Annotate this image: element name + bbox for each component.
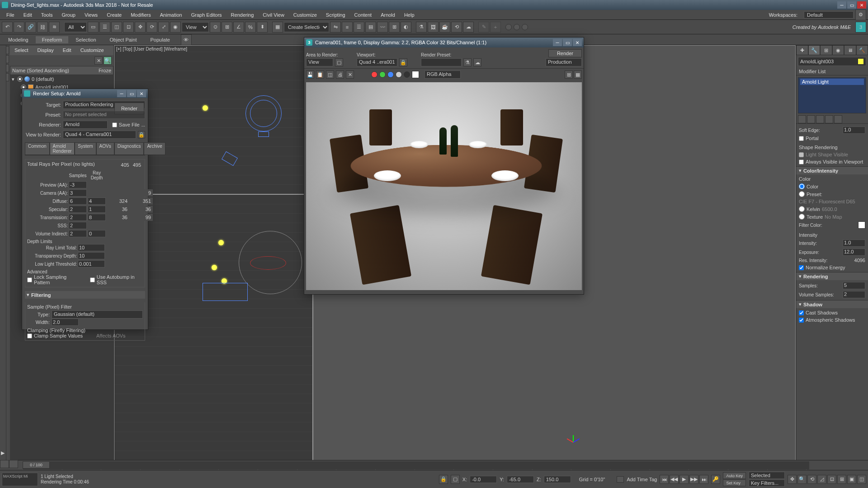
lock-viewport-button[interactable]: 🔒 (399, 58, 407, 66)
modifier-list-label[interactable]: Modifier List (796, 68, 868, 75)
se-menu-select[interactable]: Select (12, 47, 31, 54)
menu-modifiers[interactable]: Modifiers (126, 11, 156, 19)
create-tab[interactable]: ✚ (796, 45, 808, 55)
render-output-image[interactable] (306, 82, 582, 290)
ribbon-tab-object-paint[interactable]: Object Paint (104, 36, 143, 43)
unlink-button[interactable]: ⛓ (37, 22, 48, 33)
isolate-button[interactable]: ▢ (451, 475, 460, 484)
alpha-channel-button[interactable] (396, 71, 402, 78)
render-frame-button[interactable]: 🖼 (428, 22, 439, 33)
workspace-gear-icon[interactable]: ⚙ (855, 9, 866, 20)
se-menu-customize[interactable]: Customize (78, 47, 107, 54)
environment-icon[interactable]: ☁ (473, 58, 481, 66)
link-button[interactable]: 🔗 (25, 22, 36, 33)
always-visible-checkbox[interactable] (799, 160, 804, 164)
remove-modifier-button[interactable] (825, 115, 833, 123)
se-search-icon[interactable]: 🔍 (104, 56, 112, 65)
make-unique-button[interactable] (816, 115, 824, 123)
rw-close-button[interactable]: ✕ (573, 39, 582, 46)
zoom-button[interactable]: 🔍 (797, 475, 807, 484)
mirror-button[interactable]: ⇋ (330, 22, 341, 33)
curve-editor-button[interactable]: 〰 (377, 22, 388, 33)
preview-aa-spinner[interactable]: -3 (69, 181, 87, 188)
filter-color-swatch[interactable] (858, 221, 865, 229)
auto-key-button[interactable]: Auto Key (723, 472, 746, 479)
timeline-button[interactable] (9, 460, 18, 468)
specular-depth-spinner[interactable]: 1 (88, 206, 106, 213)
filter-type-dropdown[interactable]: Gaussian (default) (52, 310, 143, 319)
rotate-button[interactable]: ⟳ (146, 22, 157, 33)
time-tag-icon[interactable] (617, 476, 624, 483)
ribbon-tab-populate[interactable]: Populate (144, 36, 176, 43)
add-time-tag-button[interactable]: Add Time Tag (627, 477, 657, 482)
swatch-button[interactable] (412, 71, 419, 78)
tree-root[interactable]: ▾ 0 (default) (10, 75, 113, 83)
menu-group[interactable]: Group (57, 11, 80, 19)
rs-close-button[interactable]: ✕ (137, 90, 146, 97)
menu-file[interactable]: File (2, 11, 19, 19)
atmospheric-shadows-checkbox[interactable] (799, 318, 804, 323)
shadow-header[interactable]: ▾Shadow (796, 300, 868, 308)
configure-sets-button[interactable] (834, 115, 842, 123)
menu-animation[interactable]: Animation (156, 11, 187, 19)
menu-civil-view[interactable]: Civil View (258, 11, 288, 19)
render-setup-icon[interactable]: ⚗ (463, 58, 472, 66)
menu-customize[interactable]: Customize (289, 11, 321, 19)
orbit-button[interactable]: ⟲ (807, 475, 816, 484)
se-close-icon[interactable]: ✕ (94, 56, 103, 65)
goto-end-button[interactable]: ⏭ (699, 475, 708, 484)
lock-sampling-checkbox[interactable] (27, 277, 32, 282)
copy-image-button[interactable]: 📋 (316, 70, 324, 79)
clone-button[interactable]: ◫ (326, 70, 334, 79)
select-by-name-button[interactable]: ☰ (99, 22, 110, 33)
select-object-button[interactable]: ▭ (88, 22, 99, 33)
renderer-dropdown[interactable]: Arnold (63, 121, 108, 129)
rs-minimize-button[interactable]: ─ (117, 90, 126, 97)
render-mode-dropdown[interactable]: Production (546, 58, 582, 66)
menu-views[interactable]: Views (80, 11, 102, 19)
rs-tab-arnold[interactable]: Arnold Renderer (50, 142, 75, 155)
preset-dropdown[interactable]: CIE F7 - Fluorescent D65 (799, 199, 865, 204)
menu-tools[interactable]: Tools (37, 11, 57, 19)
snap-toggle-button[interactable]: ⊞ (222, 22, 232, 33)
filter-width-spinner[interactable]: 2.0 (52, 319, 79, 326)
save-image-button[interactable]: 💾 (306, 70, 314, 79)
light-gizmo[interactable] (218, 240, 224, 245)
autodesk-icon[interactable]: 3 (855, 22, 866, 33)
wire-table[interactable] (203, 283, 248, 301)
time-slider[interactable]: 0 / 100 (23, 461, 809, 469)
minimize-button[interactable]: ─ (837, 1, 846, 9)
toggle-ui-button[interactable]: ⊞ (565, 70, 573, 79)
render-setup-title-bar[interactable]: Render Setup: Arnold ─ ▭ ✕ (22, 89, 148, 98)
render-window-title-bar[interactable]: 3 Camera001, frame 0, Display Gamma: 2.2… (304, 38, 584, 47)
normalize-checkbox[interactable] (799, 265, 804, 270)
axis-gizmo[interactable] (566, 429, 580, 442)
rs-tab-common[interactable]: Common (25, 142, 50, 155)
render-setup-button[interactable]: ⚗ (416, 22, 427, 33)
rw-maximize-button[interactable]: ▭ (563, 39, 572, 46)
autobump-checkbox[interactable] (90, 277, 95, 282)
camera-aa-spinner[interactable]: 3 (69, 189, 87, 197)
ribbon-tab-selection[interactable]: Selection (69, 36, 102, 43)
transmission-depth-spinner[interactable]: 8 (88, 214, 106, 221)
region-button[interactable]: ▢ (335, 58, 343, 66)
modifier-stack[interactable]: Arnold Light (798, 77, 866, 113)
move-button[interactable]: ✥ (135, 22, 146, 33)
schematic-view-button[interactable]: ⊞ (389, 22, 400, 33)
show-end-result-button[interactable] (807, 115, 815, 123)
color-intensity-header[interactable]: ▾Color/Intensity (796, 167, 868, 174)
workspace-dropdown[interactable]: Default (804, 11, 854, 19)
batch-render-button[interactable]: + (490, 22, 501, 33)
ribbon-eye-icon[interactable]: 👁 (181, 34, 192, 45)
clear-button[interactable]: ✕ (346, 70, 354, 79)
pivot-button[interactable]: ⊙ (210, 22, 221, 33)
cast-shadows-checkbox[interactable] (799, 310, 804, 315)
z-coordinate-input[interactable]: 150.0 (544, 476, 571, 483)
play-button[interactable]: ▶ (679, 475, 689, 484)
key-filters-button[interactable]: Key Filters... (749, 479, 785, 487)
spinner-snap-button[interactable]: ⬍ (257, 22, 268, 33)
volume-samples-spinner[interactable]: 2 (843, 291, 865, 298)
exposure-spinner[interactable]: 12.0 (843, 249, 865, 256)
render-button[interactable]: Render (548, 49, 582, 57)
goto-start-button[interactable]: ⏮ (660, 475, 669, 484)
